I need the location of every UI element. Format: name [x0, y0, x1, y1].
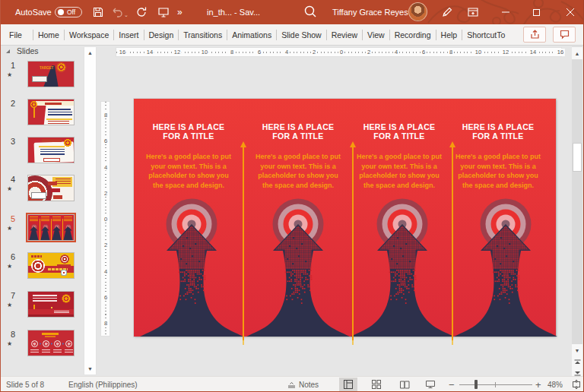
column-3-title[interactable]: HERE IS A PLACE FOR A TITLE [344, 122, 454, 141]
share-button[interactable] [523, 27, 546, 43]
tab-shortcut-tools[interactable]: ShortcutTo [462, 30, 509, 40]
zoom-slider-track[interactable] [459, 384, 532, 385]
reading-view-button[interactable] [395, 378, 414, 391]
undo-dropdown-chevron[interactable]: ⌄ [124, 12, 129, 18]
slides-panel-scrollbar[interactable]: ▲ ▼ [84, 46, 97, 375]
slide-thumbnail-6[interactable] [27, 252, 75, 279]
search-icon[interactable] [303, 5, 317, 18]
tab-view[interactable]: View [363, 30, 389, 40]
column-4-body[interactable]: Here's a good place to put your own text… [443, 152, 553, 191]
slide-thumbnail-8[interactable] [27, 330, 75, 356]
slide-thumbnail-4[interactable] [27, 175, 75, 201]
tab-recording[interactable]: Recording [390, 30, 436, 40]
slide-thumbnail-3[interactable] [27, 137, 75, 163]
redo-icon[interactable] [135, 6, 148, 18]
growth-arrow-4[interactable] [452, 198, 559, 337]
tab-file[interactable]: File [5, 30, 27, 40]
document-title[interactable]: in_th... - Sav... [207, 0, 260, 24]
canvas-scroll-down-arrow[interactable]: ▼ [572, 344, 582, 356]
column-4-title[interactable]: HERE IS A PLACE FOR A TITLE [443, 122, 553, 141]
title-bar: AutoSave Off ⌄ » in_th... - Sav... Tiffa… [0, 0, 584, 24]
zoom-slider-thumb[interactable] [474, 380, 478, 389]
growth-arrow-1[interactable] [138, 198, 245, 337]
slide-thumbnail-1[interactable]: TARGET [27, 61, 75, 87]
slide-sorter-view-button[interactable] [367, 378, 386, 391]
slide-number-1: 1 [5, 61, 15, 70]
divider-arrow-line-2[interactable] [352, 147, 354, 340]
vertical-ruler[interactable]: 8 6 4 2 0 2 4 6 8 [100, 101, 110, 337]
column-1-body[interactable]: Here's a good place to put your own text… [134, 152, 243, 191]
tab-transitions[interactable]: Transitions [179, 30, 227, 40]
fit-slide-to-window-button[interactable] [567, 378, 584, 391]
slide-number-6: 6 [5, 252, 15, 261]
language-indicator[interactable]: English (Philippines) [68, 377, 138, 392]
ink-pen-icon[interactable] [441, 6, 453, 18]
tab-help[interactable]: Help [436, 30, 462, 40]
comments-button[interactable] [553, 27, 576, 43]
slide-number-2: 2 [5, 99, 15, 108]
thumbnail-art [28, 330, 74, 356]
growth-arrow-2[interactable] [245, 198, 351, 337]
more-commands-chevron[interactable]: » [177, 0, 182, 24]
horizontal-ruler[interactable]: 16 14 12 10 8 6 4 2 0 2 4 6 8 10 12 14 1… [116, 47, 562, 57]
slide-number-3: 3 [5, 137, 15, 146]
canvas-vertical-scrollbar[interactable]: ▲ ▼ [572, 46, 582, 376]
normal-view-button[interactable] [339, 378, 357, 391]
tab-slide-show[interactable]: Slide Show [277, 30, 326, 40]
slide-number-8: 8 [5, 330, 15, 339]
minimize-button[interactable] [494, 0, 517, 24]
user-name[interactable]: Tiffany Grace Reyes [332, 0, 408, 24]
column-2-title[interactable]: HERE IS A PLACE FOR A TITLE [243, 122, 353, 141]
zoom-in-button[interactable]: + [535, 377, 541, 392]
toggle-knob [58, 9, 64, 15]
zoom-out-button[interactable]: − [449, 377, 455, 392]
divider-arrow-line-1[interactable] [243, 147, 244, 340]
tab-insert[interactable]: Insert [114, 30, 143, 40]
slide-thumbnail-2[interactable] [27, 99, 75, 125]
growth-arrow-graphic [245, 198, 351, 337]
start-presentation-icon[interactable] [157, 6, 170, 18]
scroll-up-arrow[interactable]: ▲ [84, 47, 96, 58]
column-1-title[interactable]: HERE IS A PLACE FOR A TITLE [134, 122, 243, 141]
canvas-scrollbar-thumb[interactable] [573, 143, 582, 172]
growth-arrow-3[interactable] [349, 198, 455, 337]
undo-icon[interactable] [111, 6, 123, 18]
slide-canvas[interactable]: HERE IS A PLACE FOR A TITLE Here's a goo… [134, 99, 556, 337]
tab-design[interactable]: Design [144, 30, 179, 40]
slide-number-4: 4 [5, 175, 15, 184]
thumbnail-art: TARGET [28, 62, 74, 87]
tab-animations[interactable]: Animations [227, 30, 276, 40]
tab-workspace[interactable]: Workspace [65, 30, 113, 40]
close-button[interactable] [559, 0, 582, 24]
slide-number-5: 5 [5, 214, 15, 223]
growth-arrow-graphic [138, 198, 245, 337]
column-4-text[interactable]: HERE IS A PLACE FOR A TITLE Here's a goo… [443, 122, 553, 191]
slide-thumbnail-5[interactable] [27, 214, 75, 241]
save-icon[interactable] [92, 6, 104, 18]
tab-home[interactable]: Home [33, 30, 64, 40]
thumbnail-art [28, 100, 74, 125]
slideshow-view-button[interactable] [421, 378, 440, 391]
column-2-text[interactable]: HERE IS A PLACE FOR A TITLE Here's a goo… [243, 122, 353, 191]
column-1-text[interactable]: HERE IS A PLACE FOR A TITLE Here's a goo… [134, 122, 243, 191]
notes-button[interactable]: Notes [287, 377, 319, 392]
growth-arrow-graphic [349, 198, 455, 337]
canvas-scroll-up-arrow[interactable]: ▲ [572, 47, 582, 59]
autosave-toggle[interactable]: Off [55, 7, 82, 17]
ribbon-display-options-icon[interactable] [467, 6, 479, 18]
column-3-body[interactable]: Here's a good place to put your own text… [344, 152, 454, 191]
zoom-level[interactable]: 48% [548, 377, 563, 392]
slides-panel-title: Slides [17, 46, 39, 55]
growth-arrow-graphic [452, 198, 559, 337]
maximize-button[interactable] [525, 0, 548, 24]
user-avatar[interactable] [408, 2, 427, 21]
slide-indicator[interactable]: Slide 5 of 8 [6, 377, 44, 392]
tab-review[interactable]: Review [327, 30, 362, 40]
scroll-down-arrow[interactable]: ▼ [84, 363, 96, 375]
column-3-text[interactable]: HERE IS A PLACE FOR A TITLE Here's a goo… [344, 122, 454, 191]
slide-thumbnail-7[interactable] [27, 291, 75, 318]
column-2-body[interactable]: Here's a good place to put your own text… [243, 152, 353, 191]
powerpoint-window: AutoSave Off ⌄ » in_th... - Sav... Tiffa… [0, 0, 584, 392]
divider-arrow-line-3[interactable] [452, 147, 453, 340]
slides-panel-header[interactable]: Slides [6, 46, 39, 55]
